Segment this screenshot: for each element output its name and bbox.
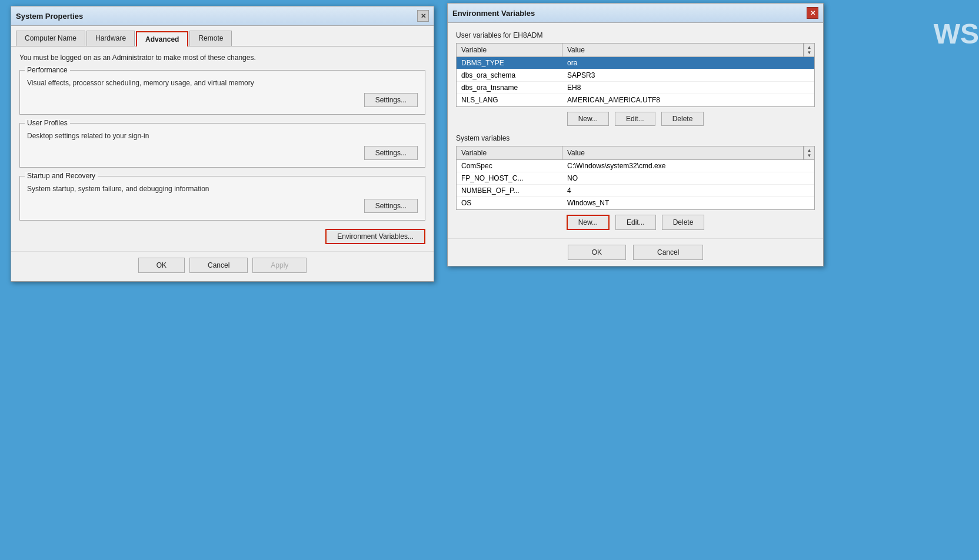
system-properties-close-button[interactable]: ✕ [417, 10, 429, 22]
system-vars-value-header: Value [562, 146, 804, 159]
env-vars-content: User variables for EH8ADM Variable Value… [448, 23, 823, 230]
user-vars-delete-button[interactable]: Delete [661, 112, 704, 126]
user-var-row-nls-lang[interactable]: NLS_LANG AMERICAN_AMERICA.UTF8 [457, 94, 814, 106]
tab-advanced[interactable]: Advanced [136, 31, 188, 46]
user-vars-scrollbar[interactable]: ▲ ▼ [804, 44, 814, 56]
system-var-variable-os: OS [457, 197, 562, 209]
ws-background-label: WS [934, 18, 979, 50]
system-vars-header: Variable Value ▲ ▼ [457, 146, 814, 160]
tab-computer-name[interactable]: Computer Name [16, 31, 85, 46]
system-var-value-number-of-p: 4 [562, 185, 814, 196]
system-var-row-os[interactable]: OS Windows_NT [457, 197, 814, 209]
user-var-variable-dbms-type: DBMS_TYPE [457, 57, 562, 69]
ok-button[interactable]: OK [138, 258, 185, 273]
system-vars-edit-button[interactable]: Edit... [615, 215, 656, 230]
system-properties-bottom-buttons: OK Cancel Apply [11, 251, 434, 281]
system-var-variable-comspec: ComSpec [457, 160, 562, 172]
system-vars-table: Variable Value ▲ ▼ ComSpec C:\Windows\sy… [456, 146, 815, 210]
system-var-row-fp-no-host[interactable]: FP_NO_HOST_C... NO [457, 172, 814, 185]
system-vars-section-title: System variables [456, 134, 815, 142]
startup-recovery-group: Startup and Recovery System startup, sys… [19, 176, 425, 221]
performance-group: Performance Visual effects, processor sc… [19, 70, 425, 115]
cancel-button[interactable]: Cancel [189, 258, 248, 273]
env-ok-button[interactable]: OK [568, 245, 626, 260]
system-vars-delete-button[interactable]: Delete [662, 215, 705, 230]
env-cancel-button[interactable]: Cancel [633, 245, 703, 260]
user-var-variable-dbs-ora-schema: dbs_ora_schema [457, 69, 562, 81]
user-vars-value-header: Value [562, 44, 804, 56]
user-vars-variable-header: Variable [457, 44, 562, 56]
environment-variables-close-button[interactable]: ✕ [807, 7, 818, 19]
user-vars-edit-button[interactable]: Edit... [615, 112, 655, 126]
user-var-value-dbs-ora-tnsname: EH8 [562, 82, 814, 94]
environment-variables-title: Environment Variables [452, 9, 535, 18]
performance-group-title: Performance [25, 66, 70, 74]
admin-info-text: You must be logged on as an Administrato… [19, 54, 425, 62]
startup-recovery-settings-button[interactable]: Settings... [364, 199, 418, 213]
system-var-variable-fp-no-host: FP_NO_HOST_C... [457, 172, 562, 184]
user-profiles-settings-button[interactable]: Settings... [364, 146, 418, 160]
apply-button: Apply [252, 258, 307, 273]
tab-bar: Computer Name Hardware Advanced Remote [11, 26, 434, 46]
tab-hardware[interactable]: Hardware [86, 31, 135, 46]
environment-variables-bottom-buttons: OK Cancel [448, 238, 823, 266]
system-var-value-fp-no-host: NO [562, 172, 814, 184]
user-vars-section-title: User variables for EH8ADM [456, 31, 815, 39]
system-var-row-comspec[interactable]: ComSpec C:\Windows\system32\cmd.exe [457, 160, 814, 172]
system-var-row-number-of-p[interactable]: NUMBER_OF_P... 4 [457, 185, 814, 197]
system-var-value-os: Windows_NT [562, 197, 814, 209]
user-profiles-description: Desktop settings related to your sign-in [27, 132, 418, 140]
user-vars-table: Variable Value ▲ ▼ DBMS_TYPE ora dbs_ora… [456, 43, 815, 107]
user-var-variable-dbs-ora-tnsname: dbs_ora_tnsname [457, 82, 562, 94]
user-vars-header: Variable Value ▲ ▼ [457, 44, 814, 57]
user-profiles-group: User Profiles Desktop settings related t… [19, 123, 425, 168]
environment-variables-window: Environment Variables ✕ User variables f… [447, 3, 824, 266]
user-var-row-dbs-ora-schema[interactable]: dbs_ora_schema SAPSR3 [457, 69, 814, 82]
system-properties-titlebar: System Properties ✕ [11, 6, 434, 26]
user-var-variable-nls-lang: NLS_LANG [457, 94, 562, 106]
performance-settings-button[interactable]: Settings... [364, 93, 418, 107]
user-var-value-nls-lang: AMERICAN_AMERICA.UTF8 [562, 94, 814, 106]
startup-recovery-description: System startup, system failure, and debu… [27, 185, 418, 193]
system-var-variable-number-of-p: NUMBER_OF_P... [457, 185, 562, 196]
user-profiles-group-title: User Profiles [25, 119, 70, 127]
user-vars-new-button[interactable]: New... [567, 112, 609, 126]
system-properties-title: System Properties [16, 12, 83, 21]
performance-description: Visual effects, processor scheduling, me… [27, 79, 418, 87]
user-var-row-dbms-type[interactable]: DBMS_TYPE ora [457, 57, 814, 69]
tab-remote[interactable]: Remote [189, 31, 232, 46]
system-var-value-comspec: C:\Windows\system32\cmd.exe [562, 160, 814, 172]
user-var-row-dbs-ora-tnsname[interactable]: dbs_ora_tnsname EH8 [457, 82, 814, 94]
user-var-buttons: New... Edit... Delete [456, 112, 815, 126]
system-vars-new-button[interactable]: New... [567, 215, 610, 230]
system-vars-variable-header: Variable [457, 146, 562, 159]
environment-variables-button[interactable]: Environment Variables... [325, 229, 425, 244]
user-var-value-dbms-type: ora [562, 57, 814, 69]
system-vars-body: ComSpec C:\Windows\system32\cmd.exe FP_N… [457, 160, 814, 209]
startup-recovery-group-title: Startup and Recovery [25, 172, 98, 180]
system-var-buttons: New... Edit... Delete [456, 215, 815, 230]
system-properties-window: System Properties ✕ Computer Name Hardwa… [11, 6, 434, 282]
system-properties-content: You must be logged on as an Administrato… [11, 46, 434, 251]
user-var-value-dbs-ora-schema: SAPSR3 [562, 69, 814, 81]
user-vars-body: DBMS_TYPE ora dbs_ora_schema SAPSR3 dbs_… [457, 57, 814, 106]
system-vars-scrollbar[interactable]: ▲ ▼ [804, 146, 814, 159]
environment-variables-titlebar: Environment Variables ✕ [448, 4, 823, 23]
